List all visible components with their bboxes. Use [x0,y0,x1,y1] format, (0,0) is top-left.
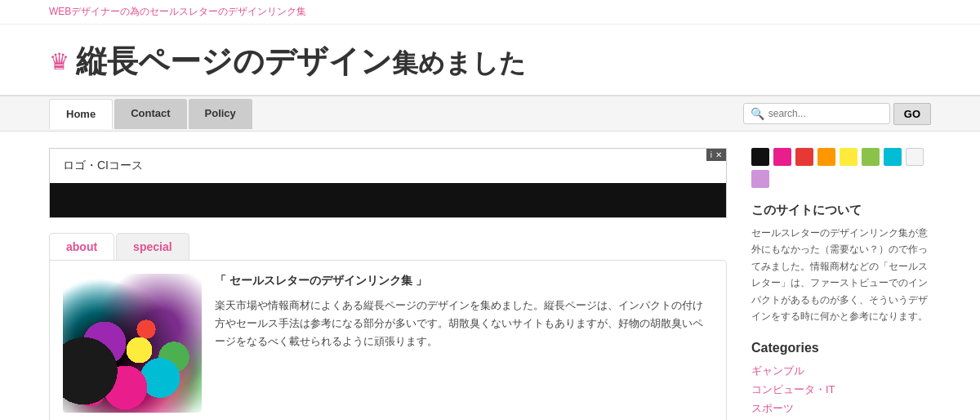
tab-special[interactable]: special [116,233,189,260]
search-box-wrap: 🔍 [743,103,890,124]
swatch-light-green[interactable] [862,148,880,166]
tab-description: 楽天市場や情報商材によくある縦長ページのデザインを集めました。縦長ページは、イン… [215,297,713,351]
tab-text-area: 「 セールスレターのデザインリンク集 」 楽天市場や情報商材によくある縦長ページ… [215,274,713,413]
swatch-light-gray[interactable] [906,148,924,166]
swatch-yellow[interactable] [840,148,858,166]
top-bar: WEBデザイナーの為のセールスレターのデザインリンク集 [0,0,980,25]
swatch-lavender[interactable] [751,170,769,188]
categories-section: Categories ギャンブルコンピュータ・ITスポーツ [751,341,931,416]
ad-dark-strip [50,185,726,217]
site-header: ♛ 縦長ページのデザイン集めました [0,25,980,95]
swatch-cyan[interactable] [884,148,902,166]
go-button[interactable]: GO [893,103,931,125]
content-area: ロゴ・CIコース i ✕ about special 「 セールスレターのデザイ… [49,148,727,420]
nav-item-contact[interactable]: Contact [114,99,186,129]
search-area: 🔍 GO [743,103,931,125]
main-wrap: ロゴ・CIコース i ✕ about special 「 セールスレターのデザイ… [0,132,980,420]
about-text: セールスレターのデザインリンク集が意外にもなかった（需要ない？）ので作ってみまし… [751,225,931,324]
title-kanji: 縦長ページのデザイン [76,44,392,78]
ad-close-icon[interactable]: ✕ [715,150,722,159]
category-link[interactable]: スポーツ [751,401,931,416]
swatch-pink[interactable] [773,148,791,166]
nav-links: Home Contact Policy [49,99,252,129]
search-icon: 🔍 [751,107,764,120]
swatch-orange[interactable] [817,148,835,166]
color-swatches [751,148,931,188]
site-title-wrap: ♛ 縦長ページのデザイン集めました [49,41,931,83]
categories-title: Categories [751,341,931,355]
swatch-red[interactable] [795,148,813,166]
sidebar: このサイトについて セールスレターのデザインリンク集が意外にもなかった（需要ない… [751,148,931,420]
top-bar-link[interactable]: WEBデザイナーの為のセールスレターのデザインリンク集 [49,6,306,17]
tab-bar: about special [49,233,727,260]
nav-item-policy[interactable]: Policy [189,99,252,129]
tab-image [63,274,202,413]
tab-about[interactable]: about [49,233,114,260]
swatch-black[interactable] [751,148,769,166]
ad-banner: ロゴ・CIコース i ✕ [49,148,727,218]
category-link[interactable]: コンピュータ・IT [751,382,931,397]
navbar: Home Contact Policy 🔍 GO [0,96,980,132]
tab-content: 「 セールスレターのデザインリンク集 」 楽天市場や情報商材によくある縦長ページ… [49,260,727,420]
categories-list: ギャンブルコンピュータ・ITスポーツ [751,364,931,416]
category-link[interactable]: ギャンブル [751,364,931,378]
nav-item-home[interactable]: Home [49,99,113,129]
ad-inner: ロゴ・CIコース [50,149,726,185]
ad-label: ロゴ・CIコース [63,159,143,172]
ad-info-icon[interactable]: i [710,150,712,159]
about-title: このサイトについて [751,203,931,218]
about-section: このサイトについて セールスレターのデザインリンク集が意外にもなかった（需要ない… [751,203,931,324]
search-input[interactable] [768,108,883,119]
ad-controls[interactable]: i ✕ [706,149,726,161]
crown-icon: ♛ [49,48,69,75]
site-title-text: 縦長ページのデザイン集めました [76,41,526,83]
tab-main-title: 「 セールスレターのデザインリンク集 」 [215,274,713,288]
